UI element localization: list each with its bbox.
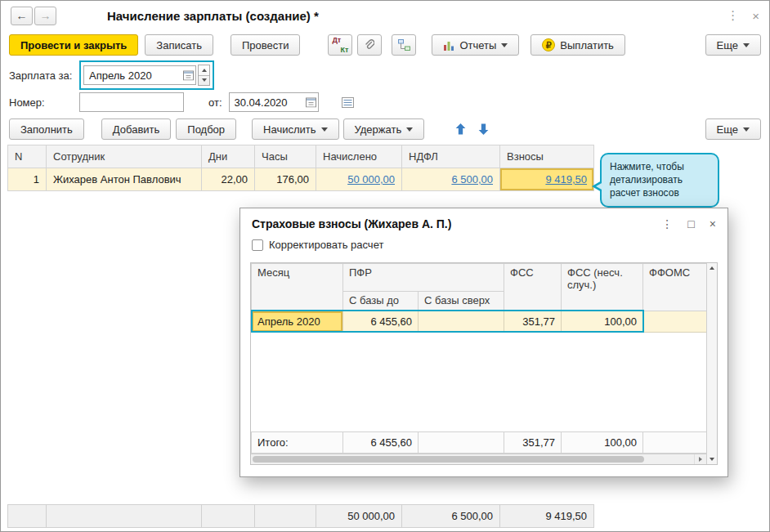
attach-file-button[interactable]	[357, 34, 382, 56]
paperclip-icon	[365, 39, 374, 51]
contributions-link[interactable]: 9 419,50	[545, 173, 587, 186]
total-base-over	[419, 432, 504, 454]
chevron-down-icon	[406, 127, 413, 132]
vertical-scrollbar[interactable]	[706, 263, 717, 464]
accounting-entries-button[interactable]: ДтКт	[328, 34, 352, 56]
scroll-right-icon[interactable]	[694, 454, 706, 464]
totals-label: Итого:	[252, 432, 343, 454]
cell-contributions[interactable]: 9 419,50	[500, 168, 594, 191]
col-header-n[interactable]: N	[8, 145, 47, 168]
calendar-icon[interactable]	[183, 70, 194, 81]
cell-base-under[interactable]: 6 455,60	[343, 311, 419, 333]
col-header-pfr[interactable]: ПФР	[343, 264, 504, 292]
cell-days[interactable]: 22,00	[202, 168, 255, 191]
col-header-days[interactable]: Дни	[202, 145, 255, 168]
employees-header-row: N Сотрудник Дни Часы Начислено НДФЛ Взно…	[8, 145, 594, 168]
cell-employee[interactable]: Жихарев Антон Павлович	[47, 168, 202, 191]
cell-accrued[interactable]: 50 000,00	[316, 168, 402, 191]
employees-table: N Сотрудник Дни Часы Начислено НДФЛ Взно…	[7, 145, 594, 191]
related-documents-button[interactable]	[392, 34, 416, 56]
pick-button[interactable]: Подбор	[176, 118, 236, 140]
table-row[interactable]: 1 Жихарев Антон Павлович 22,00 176,00 50…	[8, 168, 594, 191]
post-and-close-button[interactable]: Провести и закрыть	[9, 34, 138, 56]
date-from-label: от:	[208, 96, 222, 109]
scroll-up-icon[interactable]	[710, 266, 714, 270]
back-button[interactable]: ←	[11, 7, 33, 25]
footer-empty-days	[202, 505, 255, 528]
cell-ffoms[interactable]	[643, 311, 707, 333]
period-stepper[interactable]	[198, 65, 210, 86]
col-header-ndfl[interactable]: НДФЛ	[402, 145, 500, 168]
contributions-tooltip: Нажмите, чтобы детализировать расчет взн…	[600, 153, 719, 208]
save-button[interactable]: Записать	[145, 34, 213, 56]
add-button[interactable]: Добавить	[101, 118, 171, 140]
contributions-table: Месяц ПФР ФСС ФСС (несч. случ.) ФФОМС С …	[251, 263, 706, 333]
more-button-table[interactable]: Еще	[705, 118, 761, 140]
post-button[interactable]: Провести	[231, 34, 301, 56]
chevron-down-icon	[321, 127, 328, 132]
ndfl-link[interactable]: 6 500,00	[451, 173, 493, 186]
pay-button[interactable]: ₽ Выплатить	[530, 34, 625, 56]
cell-fss-acc[interactable]: 100,00	[562, 311, 643, 333]
dialog-maximize-icon[interactable]: □	[687, 217, 694, 230]
cell-n[interactable]: 1	[8, 168, 47, 191]
cell-ndfl[interactable]: 6 500,00	[402, 168, 500, 191]
ellipsis-menu-icon[interactable]: ⋮	[727, 8, 739, 23]
scroll-down-icon[interactable]	[710, 458, 714, 461]
col-header-fss[interactable]: ФСС	[504, 264, 562, 311]
bar-chart-icon	[443, 40, 454, 51]
total-base-under: 6 455,60	[343, 432, 419, 454]
salary-period-input[interactable]	[83, 65, 196, 85]
stepper-down-icon[interactable]	[199, 75, 209, 86]
col-header-month[interactable]: Месяц	[252, 264, 343, 311]
col-header-fss-acc[interactable]: ФСС (несч. случ.)	[562, 264, 643, 311]
total-fss: 351,77	[504, 432, 562, 454]
page-title: Начисление зарплаты (создание) *	[107, 9, 319, 23]
horizontal-scrollbar[interactable]	[251, 454, 706, 464]
contribution-row[interactable]: Апрель 2020 6 455,60 351,77 100,00	[252, 311, 707, 333]
total-fss-acc: 100,00	[562, 432, 643, 454]
list-icon[interactable]	[342, 97, 354, 108]
col-header-accrued[interactable]: Начислено	[316, 145, 402, 168]
cell-fss[interactable]: 351,77	[504, 311, 562, 333]
cell-month[interactable]: Апрель 2020	[252, 311, 343, 333]
footer-empty-hours	[255, 505, 316, 528]
cell-base-over[interactable]	[419, 311, 504, 333]
salary-period-row: Зарплата за:	[1, 60, 769, 91]
scrollbar-thumb[interactable]	[253, 456, 644, 463]
adjust-calculation-label[interactable]: Корректировать расчет	[269, 239, 383, 251]
more-button[interactable]: Еще	[705, 34, 761, 56]
move-up-button[interactable]	[450, 119, 470, 139]
col-header-base-under[interactable]: С базы до	[343, 292, 419, 311]
col-header-employee[interactable]: Сотрудник	[47, 145, 202, 168]
adjust-calculation-checkbox[interactable]	[252, 239, 263, 251]
col-header-hours[interactable]: Часы	[255, 145, 316, 168]
close-icon[interactable]: ×	[752, 9, 759, 23]
totals-footer: 50 000,00 6 500,00 9 419,50	[7, 504, 594, 528]
footer-total-ndfl: 6 500,00	[402, 505, 500, 528]
dtkt-icon: ДтКт	[332, 36, 348, 54]
reports-button[interactable]: Отчеты	[432, 34, 519, 56]
col-header-base-over[interactable]: С базы сверх	[419, 292, 504, 311]
contributions-table-area: Месяц ПФР ФСС ФСС (несч. случ.) ФФОМС С …	[250, 262, 718, 465]
salary-period-label: Зарплата за:	[9, 69, 79, 82]
number-input[interactable]	[79, 92, 184, 112]
col-header-ffoms[interactable]: ФФОМС	[643, 264, 707, 311]
related-documents-icon	[397, 39, 410, 51]
contributions-totals-row: Итого: 6 455,60 351,77 100,00	[251, 431, 706, 454]
dialog-menu-icon[interactable]: ⋮	[661, 217, 673, 230]
cell-hours[interactable]: 176,00	[255, 168, 316, 191]
stepper-up-icon[interactable]	[199, 65, 209, 75]
chevron-down-icon	[501, 43, 508, 47]
dialog-close-icon[interactable]: ×	[710, 217, 716, 230]
accrue-button[interactable]: Начислить	[252, 118, 338, 140]
accrued-link[interactable]: 50 000,00	[347, 173, 395, 186]
calendar-icon[interactable]	[306, 97, 316, 108]
forward-button[interactable]: →	[34, 7, 56, 25]
col-header-contributions[interactable]: Взносы	[500, 145, 594, 168]
move-down-button[interactable]	[473, 119, 493, 139]
titlebar: ← → Начисление зарплаты (создание) * ⋮ ×	[1, 1, 769, 30]
footer-total-accrued: 50 000,00	[316, 505, 402, 528]
withhold-button[interactable]: Удержать	[343, 118, 425, 140]
fill-button[interactable]: Заполнить	[9, 118, 84, 140]
